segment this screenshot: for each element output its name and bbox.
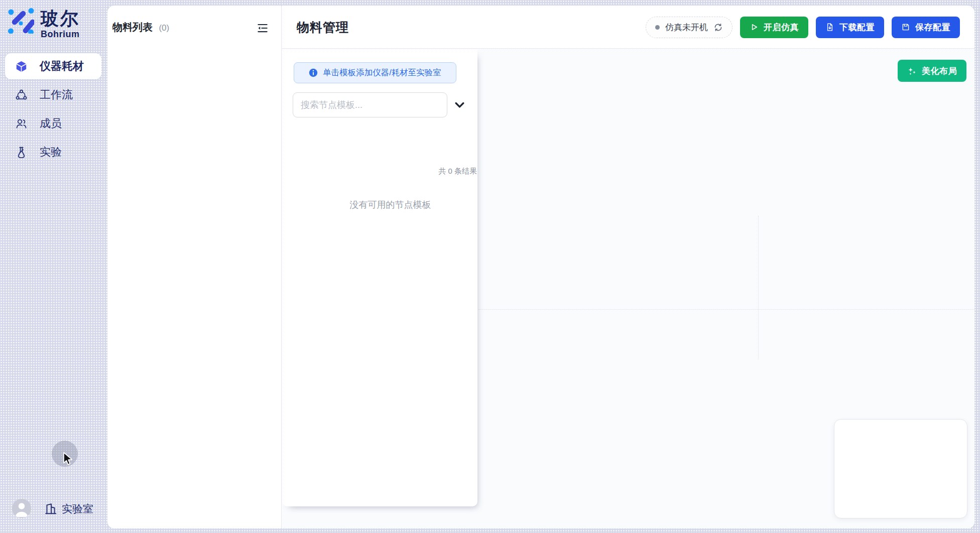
sidebar-item-label: 成员 <box>40 116 62 131</box>
collapse-panel-button[interactable] <box>256 21 270 35</box>
material-list-panel: 物料列表 (0) <box>107 6 282 528</box>
workflow-icon <box>15 89 28 101</box>
building-icon <box>44 502 57 515</box>
empty-templates-message: 没有可用的节点模板 <box>293 199 488 211</box>
sim-status-pill: 仿真未开机 <box>646 17 732 38</box>
page-header: 物料管理 仿真未开机 <box>282 6 974 49</box>
start-simulation-button[interactable]: 开启仿真 <box>740 17 808 38</box>
search-template-input[interactable] <box>293 92 447 117</box>
template-hint-banner[interactable]: 单击模板添加仪器/耗材至实验室 <box>294 62 456 83</box>
download-config-label: 下载配置 <box>839 22 875 33</box>
click-highlight <box>52 441 78 467</box>
sidebar-item-instruments[interactable]: 仪器耗材 <box>5 53 101 79</box>
node-template-panel: 单击模板添加仪器/耗材至实验室 共 0 条结果 没有可用的节点模板 <box>282 49 477 506</box>
play-icon <box>750 23 759 32</box>
brand[interactable]: 玻尔 Bohrium <box>7 7 80 40</box>
brand-name-zh: 玻尔 <box>41 10 80 28</box>
sidebar-nav: 仪器耗材 工作流 成员 <box>5 53 101 168</box>
refresh-status-button[interactable] <box>713 23 723 32</box>
cube-icon <box>15 60 28 73</box>
header-actions: 仿真未开机 开启仿真 <box>646 6 960 49</box>
status-dot-icon <box>655 25 660 30</box>
sidebar-item-label: 仪器耗材 <box>40 59 84 74</box>
beautify-layout-label: 美化布局 <box>922 65 957 77</box>
collapse-search-button[interactable] <box>453 98 466 112</box>
canvas-guide-vertical <box>758 216 759 359</box>
save-config-button[interactable]: 保存配置 <box>892 17 960 38</box>
chevron-down-icon <box>453 98 466 112</box>
beautify-layout-button[interactable]: 美化布局 <box>898 60 966 82</box>
material-list-title: 物料列表 <box>112 22 153 33</box>
canvas-guide-horizontal <box>478 309 974 310</box>
page-title: 物料管理 <box>297 6 349 49</box>
material-list-header: 物料列表 (0) <box>112 21 278 36</box>
lab-switcher[interactable]: 实验室 <box>44 502 93 516</box>
sparkles-icon <box>907 66 917 76</box>
minimap[interactable] <box>834 419 967 518</box>
start-simulation-label: 开启仿真 <box>764 22 799 33</box>
sim-status-label: 仿真未开机 <box>665 22 708 33</box>
result-count: 共 0 条结果 <box>293 167 477 176</box>
download-config-button[interactable]: 下载配置 <box>816 17 884 38</box>
refresh-icon <box>713 23 723 32</box>
flow-canvas[interactable]: 美化布局 单击模板添加仪器/耗材至实验室 <box>282 49 974 528</box>
content-card: 物料列表 (0) 物料管理 仿真未开机 <box>107 6 974 528</box>
sidebar-item-workflow[interactable]: 工作流 <box>5 82 101 108</box>
material-list-count: (0) <box>159 23 169 33</box>
members-icon <box>15 117 28 130</box>
sidebar-item-label: 实验 <box>40 145 62 160</box>
lab-label: 实验室 <box>62 502 93 516</box>
sidebar-footer: 实验室 <box>0 499 107 519</box>
avatar[interactable] <box>12 499 31 518</box>
sidebar-item-members[interactable]: 成员 <box>5 110 101 137</box>
sidebar-item-label: 工作流 <box>40 87 73 102</box>
save-icon <box>901 23 910 32</box>
template-search-row: 共 0 条结果 没有可用的节点模板 <box>293 92 466 117</box>
save-config-label: 保存配置 <box>915 22 950 33</box>
sidebar-item-experiments[interactable]: 实验 <box>5 139 101 165</box>
bohrium-logo-icon <box>7 7 34 34</box>
brand-name-en: Bohrium <box>41 29 80 40</box>
info-icon <box>309 68 318 77</box>
file-download-icon <box>825 23 834 32</box>
outdent-icon <box>256 22 270 35</box>
experiment-icon <box>15 146 28 159</box>
template-hint-text: 单击模板添加仪器/耗材至实验室 <box>323 67 441 78</box>
